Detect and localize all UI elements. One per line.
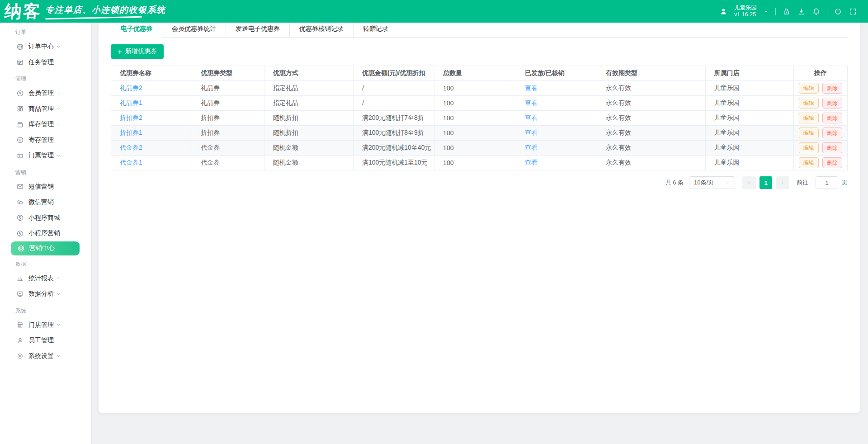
download-icon[interactable] [797, 7, 806, 16]
sidebar-item[interactable]: 员工管理 [0, 333, 91, 349]
delete-button[interactable]: 删除 [822, 142, 842, 153]
coupon-name-link[interactable]: 礼品券2 [120, 84, 142, 91]
edit-button[interactable]: 编辑 [799, 113, 819, 123]
chevron-down-icon[interactable] [763, 9, 769, 14]
page-size-value: 10条/页 [694, 179, 714, 187]
power-icon[interactable] [834, 7, 842, 16]
coupon-name-link[interactable]: 代金券2 [120, 144, 142, 151]
user-icon [719, 7, 728, 16]
header-actions: 儿童乐园 v1.16.25 [719, 5, 857, 18]
delete-button[interactable]: 删除 [822, 128, 842, 138]
sidebar-item-label: 任务管理 [28, 58, 54, 66]
edit-button[interactable]: 编辑 [799, 142, 819, 153]
svg-text:¥: ¥ [19, 91, 21, 95]
sidebar-item-label: 商品管理 [28, 105, 54, 113]
table-row: 礼品券1礼品券指定礼品/100查看永久有效儿童乐园编辑删除 [111, 96, 848, 111]
sidebar-item[interactable]: 小程序营销 [0, 226, 91, 241]
sidebar-item[interactable]: 门票管理 [0, 148, 91, 164]
sidebar-item[interactable]: 门店管理 [0, 317, 91, 333]
page-size-select[interactable]: 10条/页 [689, 176, 735, 189]
column-header: 有效期类型 [597, 66, 705, 81]
view-issued-link[interactable]: 查看 [525, 99, 538, 106]
validity-cell: 永久有效 [597, 81, 705, 96]
actions-cell: 编辑删除 [794, 141, 848, 156]
goto-page-input[interactable] [816, 176, 838, 189]
sidebar-item[interactable]: 微信营销 [0, 194, 91, 210]
sidebar-item-label: 微信营销 [28, 198, 54, 206]
sidebar-item[interactable]: 商品管理 [0, 101, 91, 117]
sidebar-item[interactable]: ¥会员管理 [0, 85, 91, 101]
coupon-name-link[interactable]: 折扣券2 [120, 114, 142, 121]
chevron-down-icon [56, 106, 61, 112]
coupon-type-cell: 代金券 [192, 156, 264, 170]
chevron-down-icon [56, 153, 61, 159]
delete-button[interactable]: 删除 [822, 98, 842, 109]
sidebar-item[interactable]: 系统设置 [0, 349, 91, 364]
coupon-amount-cell: / [353, 96, 434, 111]
sidebar: 订单订单中心任务管理管理¥会员管理商品管理库存管理寄寄存管理门票管理营销短信营销… [0, 23, 92, 444]
validity-cell: 永久有效 [597, 111, 705, 126]
column-header: 优惠金额(元)/优惠折扣 [353, 66, 434, 81]
sidebar-item[interactable]: 统计报表 [0, 271, 91, 287]
view-issued-link[interactable]: 查看 [525, 144, 538, 151]
page-number-button[interactable]: 1 [760, 176, 772, 189]
next-page-button[interactable] [776, 176, 789, 189]
sms-icon [16, 183, 24, 190]
chevron-down-icon [56, 122, 61, 128]
sidebar-item[interactable]: 库存管理 [0, 117, 91, 132]
edit-button[interactable]: 编辑 [799, 128, 819, 138]
prev-page-button[interactable] [742, 176, 756, 189]
coupon-method-cell: 随机金额 [264, 141, 353, 156]
user-account[interactable]: 儿童乐园 v1.16.25 [734, 5, 757, 18]
actions-cell: 编辑删除 [794, 96, 848, 111]
coupon-name-cell: 折扣券2 [111, 111, 192, 126]
view-issued-link[interactable]: 查看 [525, 129, 538, 136]
edit-button[interactable]: 编辑 [799, 83, 819, 94]
header-divider [775, 8, 776, 15]
sidebar-item-label: 库存管理 [28, 120, 54, 128]
coupon-table: 优惠券名称优惠券类型优惠方式优惠金额(元)/优惠折扣总数量已发放/已核销有效期类… [111, 66, 848, 170]
chevron-left-icon [746, 179, 752, 186]
sidebar-item-label: 系统设置 [28, 352, 54, 360]
sidebar-item[interactable]: 订单中心 [0, 39, 91, 55]
issued-cell: 查看 [516, 111, 597, 126]
header-divider [827, 8, 827, 15]
coupon-total-cell: 100 [434, 141, 516, 156]
table-body: 礼品券2礼品券指定礼品/100查看永久有效儿童乐园编辑删除礼品券1礼品券指定礼品… [111, 81, 848, 170]
sidebar-item[interactable]: 数据分析 [0, 286, 91, 302]
add-coupon-button[interactable]: + 新增优惠券 [111, 44, 164, 59]
sidebar-item-label: 小程序商城 [28, 214, 60, 222]
validity-cell: 永久有效 [597, 156, 705, 170]
issued-cell: 查看 [516, 156, 597, 170]
row-actions: 编辑删除 [797, 98, 844, 109]
row-actions: 编辑删除 [797, 142, 844, 153]
coupon-name-link[interactable]: 代金券1 [120, 159, 142, 166]
store-cell: 儿童乐园 [705, 126, 793, 141]
edit-button[interactable]: 编辑 [799, 157, 819, 168]
sidebar-section-label: 营销 [15, 169, 91, 175]
lock-icon[interactable] [782, 7, 791, 16]
sidebar-item[interactable]: 营销中心 [11, 241, 80, 255]
sidebar-item[interactable]: 寄寄存管理 [0, 132, 91, 148]
bell-icon[interactable] [812, 7, 821, 16]
coupon-name-link[interactable]: 折扣券1 [120, 129, 142, 136]
store-cell: 儿童乐园 [705, 111, 793, 126]
coupon-name-cell: 礼品券1 [111, 96, 192, 111]
delete-button[interactable]: 删除 [822, 157, 842, 168]
edit-button[interactable]: 编辑 [799, 98, 819, 109]
coupon-type-cell: 折扣券 [192, 111, 264, 126]
fullscreen-icon[interactable] [849, 7, 857, 16]
coupon-name-link[interactable]: 礼品券1 [120, 99, 142, 106]
app-version: v1.16.25 [734, 11, 757, 18]
view-issued-link[interactable]: 查看 [525, 84, 538, 91]
sidebar-item[interactable]: 任务管理 [0, 55, 91, 71]
delete-button[interactable]: 删除 [822, 113, 842, 123]
sidebar-item[interactable]: 短信营销 [0, 179, 91, 195]
sidebar-item[interactable]: 小程序商城 [0, 210, 91, 226]
sidebar-item-label: 短信营销 [28, 183, 54, 191]
delete-button[interactable]: 删除 [822, 83, 842, 94]
view-issued-link[interactable]: 查看 [525, 114, 538, 121]
view-issued-link[interactable]: 查看 [525, 159, 538, 166]
coupon-card: 电子优惠券会员优惠券统计发送电子优惠券优惠券核销记录转赠记录 + 新增优惠券 优… [99, 19, 860, 413]
sidebar-item-label: 营销中心 [29, 244, 55, 252]
